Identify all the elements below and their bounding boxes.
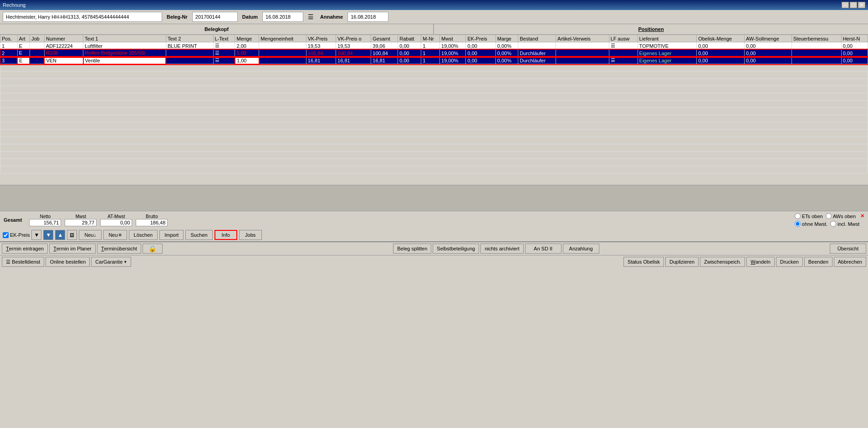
- cell-lieferant: TOPMOTIVE: [638, 42, 697, 50]
- restore-button[interactable]: □: [850, 2, 857, 8]
- ets-oben-radio[interactable]: [795, 213, 801, 219]
- cell-ltext: ☰: [213, 50, 235, 57]
- online-bestellen-button[interactable]: Online bestellen: [46, 257, 90, 267]
- cell-mengeneinheit: [259, 42, 306, 50]
- cell-art: E: [17, 42, 30, 50]
- incl-mwst-radio-label[interactable]: incl. Mwst: [830, 221, 859, 227]
- col-mwst: Mwst: [440, 35, 466, 42]
- beenden-button[interactable]: Beenden: [804, 257, 832, 267]
- radio-area: ETs oben AWs oben ✕ ohne Mwst.: [795, 213, 864, 227]
- col-artikel-verweis: Artikel-Verweis: [556, 35, 609, 42]
- cell-menge: 2,00: [235, 42, 259, 50]
- ekpreis-label: EK-Preis: [10, 232, 30, 238]
- aws-oben-radio-label[interactable]: AWs oben: [826, 213, 856, 219]
- an-sd-ii-button[interactable]: An SD II: [525, 244, 562, 254]
- aws-oben-radio[interactable]: [826, 213, 832, 219]
- move-down-button[interactable]: ▼: [43, 230, 53, 240]
- beleg-nr-field[interactable]: 201700144: [192, 12, 238, 22]
- nichts-archiviert-button[interactable]: nichts archiviert: [480, 244, 523, 254]
- table-row-empty: [0, 137, 868, 144]
- table-row[interactable]: 3 E VEN Ventile ☰ 1,00 16,81 16,81 16,81…: [0, 57, 868, 64]
- move-up-button[interactable]: ▲: [55, 230, 65, 240]
- table-header-row: Pos. Art Job Nummer Text 1 Text 2 L-Text…: [0, 35, 868, 42]
- loeschen-button[interactable]: Löschen: [129, 230, 158, 240]
- cell-art[interactable]: E: [17, 57, 30, 64]
- ets-oben-radio-label[interactable]: ETs oben: [795, 213, 823, 219]
- main-window: Hechtmeister, Harry HH-HH1313, 457845454…: [0, 10, 868, 428]
- customer-value: Hechtmeister, Harry HH-HH1313, 457845454…: [6, 14, 129, 20]
- cell-mwst: 19,00%: [440, 57, 466, 64]
- dropdown-arrow-button[interactable]: ▼: [31, 230, 41, 240]
- mwst-value: 29,77: [65, 219, 97, 226]
- close-button[interactable]: ✕: [858, 2, 865, 8]
- incl-mwst-radio[interactable]: [830, 221, 836, 227]
- datum-field[interactable]: 16.08.2018: [262, 12, 303, 22]
- cell-aw-soll: 0,00: [745, 50, 792, 57]
- ekpreis-checkbox[interactable]: [3, 232, 9, 238]
- col-pos: Pos.: [0, 35, 18, 42]
- table-row[interactable]: 1 E ADF122224 Luftfilter BLUE PRINT ☰ 2,…: [0, 42, 868, 50]
- cargarantie-button[interactable]: CarGarantie ▼: [91, 257, 131, 267]
- zwischenspeich-button[interactable]: Zwischenspeich.: [700, 257, 745, 267]
- cell-vkpreis: 16,81: [306, 57, 336, 64]
- neu-cross-button[interactable]: Neu✳: [103, 230, 127, 240]
- anzahlung-button[interactable]: Anzahlung: [563, 244, 599, 254]
- col-marge: Marge: [495, 35, 518, 42]
- selbstbeteiligung-button[interactable]: Selbstbeteiligung: [433, 244, 479, 254]
- jobs-button[interactable]: Jobs: [239, 230, 262, 240]
- terminuebersicht-button[interactable]: Terminübersicht: [97, 244, 141, 254]
- annahme-label: Annahme: [320, 14, 343, 20]
- customer-field[interactable]: Hechtmeister, Harry HH-HH1313, 457845454…: [3, 12, 162, 22]
- col-nummer: Nummer: [44, 35, 83, 42]
- col-gesamt: Gesamt: [371, 35, 398, 42]
- section-headers: Belegkopf Positionen: [0, 24, 868, 35]
- termin-planer-button[interactable]: Termin im Planer: [49, 244, 96, 254]
- status-obelisk-button[interactable]: Status Obelisk: [623, 257, 664, 267]
- suchen-button[interactable]: Suchen: [185, 230, 212, 240]
- cell-ltext: ☰: [213, 42, 235, 50]
- spacer2: [601, 244, 828, 254]
- gesamt-label: Gesamt: [4, 217, 22, 223]
- ohne-mwst-radio[interactable]: [795, 221, 801, 227]
- table-area[interactable]: Pos. Art Job Nummer Text 1 Text 2 L-Text…: [0, 35, 868, 185]
- fingerprint-button[interactable]: 🔒: [143, 244, 163, 254]
- ohne-mwst-radio-label[interactable]: ohne Mwst.: [795, 221, 827, 227]
- at-mwst-label: AT-Mwst: [107, 214, 125, 219]
- titlebar: Rechnung ─ □ ✕: [0, 0, 868, 10]
- minimize-button[interactable]: ─: [842, 2, 849, 8]
- uebersicht-button[interactable]: Übersicht: [830, 244, 866, 254]
- cell-menge[interactable]: 1,00: [235, 57, 259, 64]
- table-row[interactable]: 2 E R108 Reifen Bridgestone 205/55/ ☰ 1,…: [0, 50, 868, 57]
- table-row-empty: [0, 93, 868, 101]
- netto-value: 156,71: [29, 219, 61, 226]
- cell-artikel-verweis: [556, 50, 609, 57]
- titlebar-controls[interactable]: ─ □ ✕: [842, 2, 865, 8]
- col-herst: Herst-N: [841, 35, 868, 42]
- at-mwst-col: AT-Mwst 0,00: [100, 214, 132, 226]
- termin-eintragen-button[interactable]: Termin eintragen: [2, 244, 48, 254]
- duplizieren-button[interactable]: Duplizieren: [665, 257, 699, 267]
- beleg-splitten-button[interactable]: Beleg splitten: [393, 244, 431, 254]
- cell-pos: 3: [0, 57, 18, 64]
- annahme-field[interactable]: 16.08.2018: [347, 12, 388, 22]
- close-icon[interactable]: ✕: [860, 213, 864, 219]
- cell-lf-ausw: [609, 50, 638, 57]
- table-row-empty: [0, 79, 868, 86]
- col-menge: Menge: [235, 35, 259, 42]
- neu-down-button[interactable]: Neu↓: [79, 230, 102, 240]
- import-button[interactable]: Import: [159, 230, 184, 240]
- cell-text1[interactable]: Ventile: [83, 57, 166, 64]
- bestelldienst-button[interactable]: ☰ Bestelldienst: [2, 257, 44, 267]
- info-button[interactable]: Info: [214, 230, 237, 240]
- image-button[interactable]: 🖼: [67, 230, 77, 240]
- abbrechen-button[interactable]: Abbrechen: [834, 257, 866, 267]
- ekpreis-checkbox-area[interactable]: EK-Preis: [3, 232, 30, 238]
- cell-nummer[interactable]: VEN: [44, 57, 83, 64]
- cell-herst: 0,00: [841, 42, 868, 50]
- cell-ekpreis: 0,00: [466, 42, 495, 50]
- cell-rabatt: 0,00: [398, 57, 421, 64]
- wandeln-button[interactable]: Wandeln: [746, 257, 774, 267]
- spacer3: [133, 257, 622, 267]
- drucken-button[interactable]: Drucken: [776, 257, 803, 267]
- cell-pos: 1: [0, 42, 18, 50]
